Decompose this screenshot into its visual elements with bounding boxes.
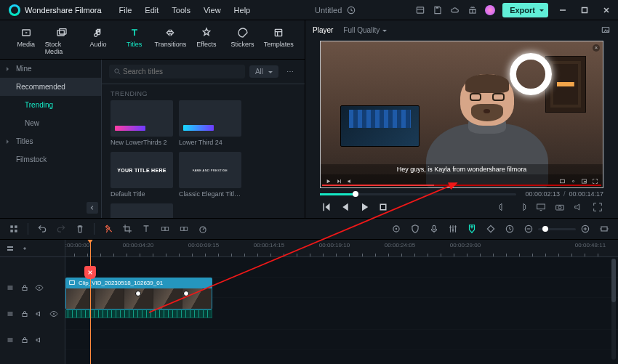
tab-titles[interactable]: Titles: [117, 25, 152, 59]
speed-icon[interactable]: [198, 224, 208, 234]
tab-stickers[interactable]: Stickers: [225, 25, 260, 59]
render-icon[interactable]: [505, 224, 515, 234]
keyframe-icon[interactable]: [486, 224, 496, 234]
sidebar-collapse-button[interactable]: [87, 202, 98, 214]
zoom-slider[interactable]: [538, 228, 576, 230]
zoom-in-icon[interactable]: [580, 224, 590, 234]
eye-icon[interactable]: [35, 283, 44, 292]
preview-internal-progress[interactable]: [322, 185, 601, 186]
snapshot-icon[interactable]: [601, 25, 611, 35]
tab-templates[interactable]: Templates: [261, 25, 296, 59]
display-icon[interactable]: [535, 201, 547, 213]
sidebar-item-new[interactable]: New: [0, 114, 101, 132]
title-card[interactable]: New LowerThirds 2: [111, 100, 173, 146]
player-seek-track[interactable]: [320, 193, 516, 195]
timeline-lane[interactable]: [65, 330, 618, 350]
tab-media[interactable]: Media: [9, 25, 44, 59]
mute-icon[interactable]: [35, 336, 44, 344]
track-options-icon[interactable]: [6, 310, 15, 318]
split-icon[interactable]: [103, 224, 113, 234]
markin-icon[interactable]: [497, 201, 509, 213]
sidebar-item-filmstock[interactable]: Filmstock: [0, 150, 101, 169]
mic-icon[interactable]: [429, 224, 439, 234]
search-input[interactable]: [109, 65, 245, 78]
title-card[interactable]: Lower Third 24: [179, 100, 241, 146]
history-icon[interactable]: [346, 5, 356, 15]
text-tool-icon[interactable]: [141, 224, 151, 234]
menu-view[interactable]: View: [198, 3, 227, 17]
eye-icon[interactable]: [49, 310, 58, 318]
menu-help[interactable]: Help: [228, 3, 257, 17]
avatar[interactable]: [485, 5, 495, 15]
mini-next-icon[interactable]: [336, 178, 342, 185]
undo-icon[interactable]: [37, 224, 47, 234]
delete-icon[interactable]: [75, 224, 85, 234]
track-toggle-icon[interactable]: [6, 244, 15, 253]
crop-icon[interactable]: [122, 224, 132, 234]
layout-icon[interactable]: [415, 5, 425, 15]
color-icon[interactable]: [391, 224, 401, 234]
keyframes-in-icon[interactable]: [160, 224, 170, 234]
mini-fullscreen-icon[interactable]: [592, 178, 598, 185]
preview-viewport[interactable]: × Hey guys, is Kayla from wondershare fi…: [320, 41, 603, 188]
title-card[interactable]: GOLDEN YEARS: [111, 203, 173, 218]
track-link-icon[interactable]: [20, 244, 29, 253]
menu-edit[interactable]: Edit: [139, 3, 164, 17]
markout-icon[interactable]: [516, 201, 528, 213]
timeline-scrollbar[interactable]: [611, 259, 616, 360]
mini-pip-icon[interactable]: [581, 178, 587, 185]
quality-dropdown[interactable]: Full Quality: [343, 26, 387, 34]
lock-icon[interactable]: [20, 310, 29, 318]
camera-icon[interactable]: [554, 201, 566, 213]
player-stop-button[interactable]: [377, 201, 390, 214]
close-button[interactable]: [599, 3, 614, 17]
clip-handle[interactable]: [183, 291, 189, 296]
menu-file[interactable]: File: [113, 3, 138, 17]
sidebar-item-trending[interactable]: Trending: [0, 96, 101, 114]
marker-add-icon[interactable]: [467, 224, 477, 234]
preview-close-icon[interactable]: ×: [593, 44, 600, 52]
cloud-icon[interactable]: [450, 5, 460, 15]
zoom-out-icon[interactable]: [523, 224, 534, 234]
lock-icon[interactable]: [20, 283, 29, 292]
more-options-button[interactable]: ⋯: [283, 66, 297, 78]
tab-stock-media[interactable]: Stock Media: [45, 25, 80, 59]
mini-gear-icon[interactable]: [570, 178, 577, 185]
sidebar-item-recommended[interactable]: Recommended: [0, 78, 101, 96]
volume-icon[interactable]: [573, 201, 585, 213]
search-field[interactable]: [121, 67, 241, 76]
mixer-icon[interactable]: [448, 224, 458, 234]
title-card[interactable]: YOUR TITLE HEREDefault Title: [111, 152, 173, 198]
filter-all-dropdown[interactable]: All: [249, 65, 278, 78]
export-button[interactable]: Export: [502, 3, 548, 17]
track-options-icon[interactable]: [6, 336, 15, 344]
clip-audio[interactable]: [65, 310, 212, 318]
timeline-ruler[interactable]: 00:00:00:00 00:00:04:20 00:00:09:15 00:0…: [65, 240, 618, 257]
redo-icon[interactable]: [56, 224, 66, 234]
track-options-icon[interactable]: [6, 283, 15, 292]
title-card[interactable]: FAME AND PRESTIGEClassic Elegant Title P…: [179, 152, 241, 198]
tool-grid-icon[interactable]: [9, 224, 19, 234]
player-tab[interactable]: Player: [313, 26, 333, 34]
keyframes-out-icon[interactable]: [179, 224, 189, 234]
expand-icon[interactable]: [592, 201, 603, 213]
clip-handle[interactable]: [135, 291, 141, 296]
sidebar-item-titles[interactable]: Titles: [0, 132, 101, 150]
lock-icon[interactable]: [20, 336, 29, 344]
mini-cc-icon[interactable]: [559, 178, 566, 185]
gift-icon[interactable]: [467, 5, 478, 15]
tab-effects[interactable]: Effects: [189, 25, 224, 59]
mute-icon[interactable]: [35, 310, 44, 318]
mini-volume-icon[interactable]: [347, 178, 353, 185]
menu-tools[interactable]: Tools: [166, 3, 196, 17]
clip-header[interactable]: Clip_VID_20230518_102639_01: [65, 278, 212, 288]
minimize-button[interactable]: [555, 3, 570, 17]
player-back-button[interactable]: [339, 201, 352, 214]
tab-audio[interactable]: Audio: [81, 25, 116, 59]
zoom-fit-icon[interactable]: [599, 224, 609, 234]
maximize-button[interactable]: [577, 3, 592, 17]
player-prev-button[interactable]: [320, 201, 333, 214]
player-play-button[interactable]: [358, 201, 371, 214]
save-icon[interactable]: [433, 5, 443, 15]
shield-icon[interactable]: [410, 224, 420, 234]
